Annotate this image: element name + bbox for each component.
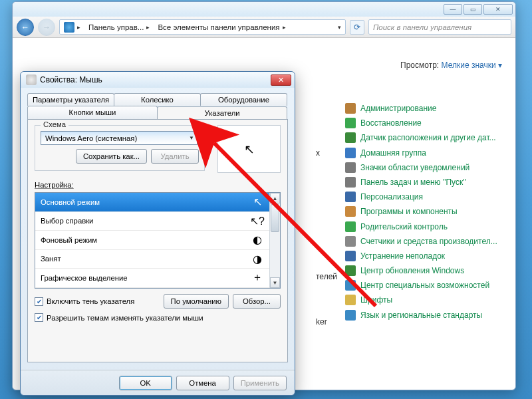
tab-pointers[interactable]: Указатели	[157, 106, 287, 120]
scroll-thumb[interactable]	[271, 204, 279, 232]
ok-button[interactable]: OK	[119, 376, 172, 390]
checkbox-allow-themes[interactable]: ✔ Разрешить темам изменять указатели мыш…	[35, 313, 281, 322]
checkbox-enable-shadow[interactable]: ✔ Включить тень указателя	[35, 297, 134, 306]
cursor-list-item[interactable]: Фоновый режим◐	[35, 231, 269, 250]
cp-item-icon	[345, 280, 356, 291]
cp-item-icon	[345, 132, 356, 143]
cp-item-link[interactable]: Родительский контроль	[360, 222, 448, 231]
dialog-footer: OK Отмена Применить	[21, 370, 295, 395]
cp-item-link[interactable]: Датчик расположения и другие дат...	[360, 133, 496, 142]
cp-item-link[interactable]: Центр обновления Windows	[360, 266, 464, 275]
tab-pane-pointers: ↖ Схема Windows Aero (системная) ▼ Сохра…	[27, 119, 288, 362]
tab-wheel[interactable]: Колесико	[114, 93, 201, 106]
checkbox-icon: ✔	[35, 313, 43, 322]
cp-item-link[interactable]: Панель задач и меню ''Пуск''	[360, 178, 466, 187]
maximize-button[interactable]: ▭	[464, 4, 482, 15]
tab-hardware[interactable]: Оборудование	[200, 93, 287, 106]
refresh-button[interactable]: ⟳	[350, 20, 364, 35]
control-panel-item[interactable]: Программы и компоненты	[345, 206, 516, 217]
mouse-properties-dialog: Свойства: Мышь ✕ Параметры указателя Кол…	[20, 71, 295, 396]
control-panel-item[interactable]: Счетчики и средства производител...	[345, 236, 516, 247]
scroll-up-icon[interactable]: ▲	[270, 193, 280, 203]
control-panel-item[interactable]: Центр специальных возможностей	[345, 280, 516, 291]
scheme-select[interactable]: Windows Aero (системная) ▼	[41, 131, 198, 145]
scheme-group-label: Схема	[41, 120, 68, 128]
cp-item-link[interactable]: Язык и региональные стандарты	[360, 311, 482, 320]
partially-hidden-text: телей	[316, 272, 337, 281]
cp-item-link[interactable]: Счетчики и средства производител...	[360, 237, 497, 246]
cp-item-link[interactable]: Значки области уведомлений	[360, 163, 469, 172]
control-panel-item[interactable]: Домашняя группа	[345, 148, 516, 158]
address-bar[interactable]: ▸ Панель управ...▸ Все элементы панели у…	[59, 19, 346, 35]
control-panel-item[interactable]: Язык и региональные стандарты	[345, 310, 516, 321]
checkbox-icon: ✔	[35, 297, 43, 306]
cp-item-link[interactable]: Устранение неполадок	[360, 251, 445, 261]
control-panel-item[interactable]: Значки области уведомлений	[345, 162, 516, 173]
control-panel-item[interactable]: Администрирование	[345, 103, 516, 114]
chevron-down-icon[interactable]: ▾	[334, 24, 345, 31]
tab-pointer-options[interactable]: Параметры указателя	[27, 93, 114, 106]
close-button[interactable]: ✕	[483, 4, 513, 15]
breadcrumb[interactable]: Все элементы панели управления	[158, 23, 279, 31]
cp-item-icon	[345, 265, 356, 276]
save-as-button[interactable]: Сохранить как...	[76, 149, 147, 164]
cursor-icon: ＋	[249, 270, 265, 286]
view-options: Просмотр: Мелкие значки ▾	[400, 61, 502, 70]
cp-item-link[interactable]: Домашняя группа	[360, 148, 426, 158]
dialog-title: Свойства: Мышь	[40, 75, 102, 84]
minimize-button[interactable]: —	[444, 4, 462, 15]
control-panel-item[interactable]: Центр обновления Windows	[345, 265, 516, 276]
dialog-titlebar: Свойства: Мышь ✕	[21, 72, 295, 88]
cp-item-link[interactable]: Программы и компоненты	[360, 207, 458, 216]
search-input[interactable]: Поиск в панели управления	[368, 19, 511, 35]
scheme-value: Windows Aero (системная)	[45, 134, 137, 142]
cursor-list-item[interactable]: Занят◑	[35, 250, 269, 269]
tab-buttons[interactable]: Кнопки мыши	[27, 106, 158, 119]
breadcrumb[interactable]: Панель управ...	[88, 23, 144, 31]
list-item-label: Графическое выделение	[41, 274, 128, 282]
control-panel-item[interactable]: Персонализация	[345, 192, 516, 202]
browse-button[interactable]: Обзор...	[233, 294, 281, 309]
chevron-down-icon: ▼	[189, 135, 194, 141]
cursor-listbox[interactable]: Основной режим↖Выбор справки↖?Фоновый ре…	[35, 192, 281, 289]
cancel-button[interactable]: Отмена	[176, 376, 229, 390]
scroll-down-icon[interactable]: ▼	[270, 277, 280, 288]
view-value-link[interactable]: Мелкие значки ▾	[442, 61, 502, 70]
control-panel-item[interactable]: Панель задач и меню ''Пуск''	[345, 177, 516, 188]
list-item-label: Выбор справки	[41, 217, 93, 225]
cursor-list-item[interactable]: Выбор справки↖?	[35, 212, 269, 231]
defaults-button[interactable]: По умолчанию	[164, 294, 229, 309]
cp-item-icon	[345, 162, 356, 173]
nav-forward-icon[interactable]: →	[38, 19, 55, 36]
control-panel-item[interactable]: Шрифты	[345, 295, 516, 305]
cp-item-icon	[345, 118, 356, 128]
checkbox-label: Включить тень указателя	[47, 297, 134, 305]
cp-item-link[interactable]: Центр специальных возможностей	[360, 281, 489, 290]
control-panel-item[interactable]: Родительский контроль	[345, 221, 516, 232]
cp-item-link[interactable]: Восстановление	[360, 118, 422, 128]
cp-item-icon	[345, 251, 356, 261]
cursor-icon: ↖	[249, 194, 265, 210]
cp-item-icon	[345, 221, 356, 232]
cp-icon	[64, 22, 74, 33]
control-panel-item[interactable]: Датчик расположения и другие дат...	[345, 132, 516, 143]
cursor-preview: ↖	[217, 125, 281, 173]
nav-back-icon[interactable]: ←	[17, 19, 34, 36]
scrollbar[interactable]: ▲ ▼	[269, 193, 280, 288]
control-panel-item[interactable]: Восстановление	[345, 118, 516, 128]
cp-item-icon	[345, 236, 356, 247]
apply-button: Применить	[233, 376, 287, 390]
cursor-list-item[interactable]: Графическое выделение＋	[35, 269, 269, 288]
cp-item-link[interactable]: Персонализация	[360, 192, 423, 201]
control-panel-item[interactable]: Устранение неполадок	[345, 251, 516, 261]
explorer-titlebar: — ▭ ✕	[13, 2, 515, 17]
cp-item-icon	[345, 148, 356, 158]
cp-item-icon	[345, 177, 356, 188]
view-label: Просмотр:	[400, 61, 439, 70]
cp-item-link[interactable]: Администрирование	[360, 104, 436, 113]
dialog-close-button[interactable]: ✕	[271, 74, 291, 86]
cursor-list-item[interactable]: Основной режим↖	[35, 193, 269, 212]
cp-item-link[interactable]: Шрифты	[360, 295, 392, 305]
customize-label: Настройка:	[35, 181, 74, 189]
partially-hidden-text: ker	[316, 317, 327, 327]
